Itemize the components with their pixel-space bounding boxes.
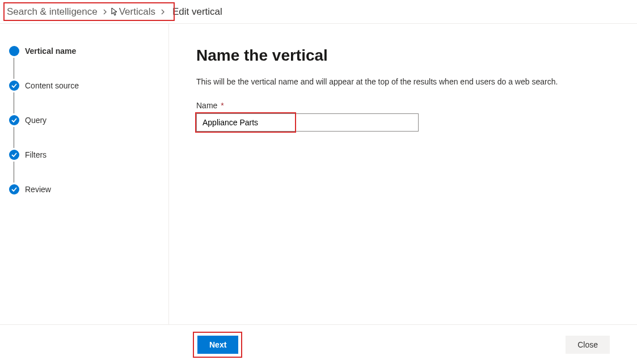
- close-button[interactable]: Close: [566, 336, 610, 354]
- step-review[interactable]: Review: [9, 184, 159, 195]
- name-field-label: Name *: [196, 101, 610, 110]
- chevron-right-icon: [160, 9, 166, 15]
- step-connector: [14, 58, 14, 79]
- breadcrumb: Search & intelligence Verticals Edit ver…: [0, 0, 637, 24]
- page-title: Name the vertical: [196, 46, 610, 65]
- step-content-source[interactable]: Content source: [9, 80, 159, 91]
- step-label: Review: [25, 185, 51, 194]
- breadcrumb-current: Edit vertical: [172, 6, 222, 18]
- main-content: Name the vertical This will be the verti…: [169, 24, 637, 324]
- cursor-icon: [111, 7, 118, 18]
- wizard-steps-sidebar: Vertical name Content source Query: [0, 24, 169, 324]
- vertical-name-input[interactable]: [196, 113, 419, 132]
- breadcrumb-link-verticals[interactable]: Verticals: [118, 6, 157, 18]
- step-query[interactable]: Query: [9, 115, 159, 126]
- check-icon: [9, 150, 19, 160]
- step-label: Vertical name: [25, 46, 76, 56]
- step-connector: [14, 127, 14, 148]
- next-button[interactable]: Next: [197, 336, 238, 354]
- required-marker: *: [221, 101, 223, 110]
- check-icon: [9, 115, 19, 125]
- breadcrumb-link-search-intelligence[interactable]: Search & intelligence: [6, 6, 99, 18]
- step-connector: [14, 92, 14, 113]
- step-connector: [14, 162, 14, 183]
- step-vertical-name[interactable]: Vertical name: [9, 45, 159, 57]
- step-bullet-current-icon: [9, 46, 19, 56]
- check-icon: [9, 81, 19, 91]
- wizard-footer: Next Close: [0, 324, 637, 364]
- name-label-text: Name: [196, 101, 217, 110]
- page-description: This will be the vertical name and will …: [196, 77, 610, 86]
- check-icon: [9, 184, 19, 194]
- step-label: Query: [25, 116, 47, 125]
- step-label: Content source: [25, 81, 79, 90]
- step-filters[interactable]: Filters: [9, 149, 159, 160]
- chevron-right-icon: [102, 9, 108, 15]
- step-label: Filters: [25, 150, 47, 159]
